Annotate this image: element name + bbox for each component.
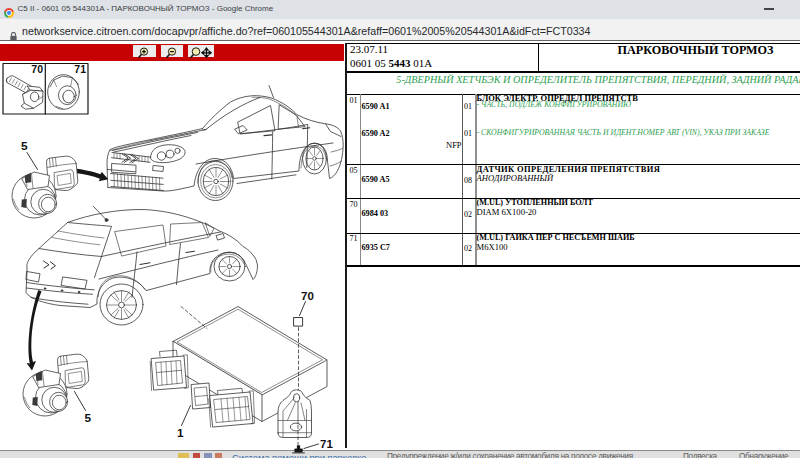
svg-text:70: 70 [31,63,43,75]
svg-text:5: 5 [21,139,28,153]
svg-text:1: 1 [177,426,184,440]
svg-text:71: 71 [320,438,333,450]
svg-text:5: 5 [85,411,92,425]
svg-text:70: 70 [301,290,314,302]
svg-text:71: 71 [74,63,86,75]
